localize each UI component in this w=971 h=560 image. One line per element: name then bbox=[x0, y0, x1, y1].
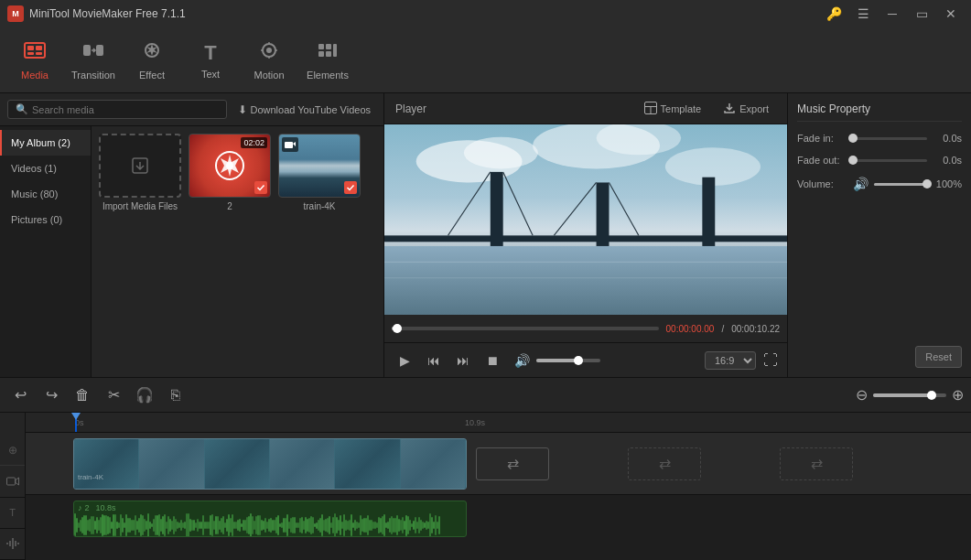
fade-out-label: Fade out: bbox=[797, 155, 847, 166]
audio-clip-label: ♪ 2 10.8s bbox=[78, 503, 116, 512]
svg-point-9 bbox=[266, 48, 272, 53]
toolbar-transition[interactable]: Transition bbox=[66, 33, 121, 88]
media-grid: Import Media Files 02:02 bbox=[92, 126, 383, 377]
player-title: Player bbox=[395, 102, 426, 115]
search-icon: 🔍 bbox=[16, 103, 28, 115]
timeline-content: ⊕ T 0s 10.9s bbox=[0, 413, 971, 560]
delete-button[interactable]: 🗑 bbox=[70, 382, 95, 408]
timeline-area: ↩ ↪ 🗑 ✂ 🎧 ⎘ ⊖ ⊕ ⊕ T bbox=[0, 377, 971, 560]
import-media-item[interactable]: Import Media Files bbox=[99, 134, 181, 211]
title-bar: M MiniTool MovieMaker Free 7.1.1 🔑 ☰ ─ ▭… bbox=[0, 0, 971, 27]
volume-area: 🔊 bbox=[511, 350, 600, 372]
search-box[interactable]: 🔍 bbox=[7, 100, 227, 119]
transition-label: Transition bbox=[71, 70, 115, 81]
time-mark-end: 10.9s bbox=[465, 418, 485, 427]
motion-icon bbox=[258, 40, 280, 66]
copy-button[interactable]: ⎘ bbox=[163, 382, 189, 408]
volume-thumb[interactable] bbox=[574, 356, 583, 365]
fade-out-thumb[interactable] bbox=[848, 156, 858, 165]
audio-detach-button[interactable]: 🎧 bbox=[132, 382, 157, 408]
svg-point-28 bbox=[464, 137, 538, 169]
transition-slot-1[interactable]: ⇄ bbox=[476, 447, 549, 480]
media-label: Media bbox=[21, 70, 49, 81]
audio-clip[interactable]: ♪ 2 10.8s // Generate waveform bars cons… bbox=[73, 501, 467, 537]
fade-in-row: Fade in: 0.0s bbox=[797, 133, 962, 144]
aspect-ratio-select[interactable]: 16:9 4:3 1:1 9:16 bbox=[705, 351, 756, 370]
undo-button[interactable]: ↩ bbox=[7, 382, 33, 408]
app-title: MiniTool MovieMaker Free 7.1.1 bbox=[29, 7, 821, 20]
time-ruler: 0s 10.9s bbox=[26, 413, 971, 433]
download-youtube-button[interactable]: ⬇ Download YouTube Videos bbox=[232, 101, 377, 119]
video-clip-2[interactable]: 02:02 2 bbox=[189, 134, 271, 211]
zoom-thumb[interactable] bbox=[927, 391, 936, 400]
sidebar-item-music[interactable]: Music (80) bbox=[0, 181, 91, 207]
zoom-slider[interactable] bbox=[873, 393, 946, 397]
volume-row: Volume: 🔊 100% bbox=[797, 177, 962, 191]
transition-slot-3[interactable]: ⇄ bbox=[780, 447, 853, 480]
svg-rect-36 bbox=[491, 172, 503, 246]
train4k-item[interactable]: train-4K bbox=[278, 134, 361, 211]
cut-button[interactable]: ✂ bbox=[101, 382, 126, 408]
volume-fill bbox=[536, 359, 578, 362]
search-input[interactable] bbox=[32, 104, 219, 115]
stop-button[interactable]: ⏹ bbox=[481, 350, 503, 372]
redo-button[interactable]: ↪ bbox=[38, 382, 64, 408]
template-button[interactable]: Template bbox=[637, 99, 709, 119]
zoom-out-icon[interactable]: ⊖ bbox=[856, 386, 868, 404]
reset-button[interactable]: Reset bbox=[915, 346, 962, 368]
prev-button[interactable]: ⏮ bbox=[423, 350, 445, 372]
fade-in-slider[interactable] bbox=[853, 137, 927, 140]
timeline-thumb[interactable] bbox=[393, 324, 402, 333]
volume-prop-thumb[interactable] bbox=[922, 179, 932, 188]
fade-in-thumb[interactable] bbox=[848, 134, 858, 143]
toolbar-text[interactable]: T Text bbox=[183, 33, 238, 88]
svg-rect-0 bbox=[25, 43, 45, 58]
fullscreen-button[interactable]: ⛶ bbox=[763, 352, 778, 369]
timeline-toolbar: ↩ ↪ 🗑 ✂ 🎧 ⎘ ⊖ ⊕ bbox=[0, 378, 971, 413]
menu-icon[interactable]: ☰ bbox=[850, 5, 876, 23]
sidebar-item-pictures[interactable]: Pictures (0) bbox=[0, 207, 91, 232]
svg-rect-16 bbox=[318, 51, 324, 57]
svg-rect-15 bbox=[326, 44, 331, 49]
current-time-display: 00:00:00.00 bbox=[666, 324, 715, 334]
transition-slot-2[interactable]: ⇄ bbox=[628, 447, 701, 480]
minimize-button[interactable]: ─ bbox=[879, 5, 905, 23]
waveform: // Generate waveform bars const waveCont… bbox=[74, 501, 466, 536]
text-track-icon: T bbox=[0, 498, 25, 529]
volume-prop-slider[interactable] bbox=[874, 183, 927, 186]
add-track-icon[interactable]: ⊕ bbox=[0, 435, 25, 466]
key-icon[interactable]: 🔑 bbox=[821, 5, 847, 23]
video-clip[interactable]: train-4K bbox=[73, 438, 467, 490]
close-button[interactable]: ✕ bbox=[938, 5, 964, 23]
toolbar-motion[interactable]: Motion bbox=[242, 33, 297, 88]
zoom-in-icon[interactable]: ⊕ bbox=[952, 386, 964, 404]
effect-label: Effect bbox=[139, 70, 165, 81]
volume-icon[interactable]: 🔊 bbox=[511, 350, 533, 372]
export-button[interactable]: Export bbox=[716, 99, 776, 119]
svg-rect-38 bbox=[702, 178, 715, 246]
sidebar-item-videos[interactable]: Videos (1) bbox=[0, 156, 91, 181]
playback-progress-bar[interactable] bbox=[392, 327, 659, 330]
toolbar: Media Transition Effect T Text bbox=[0, 27, 971, 93]
left-content: My Album (2) Videos (1) Music (80) Pictu… bbox=[0, 126, 383, 377]
restore-button[interactable]: ▭ bbox=[909, 5, 934, 23]
motion-label: Motion bbox=[254, 70, 284, 81]
video-track: train-4K ⇄ ⇄ ⇄ bbox=[26, 433, 971, 495]
next-button[interactable]: ⏭ bbox=[452, 350, 474, 372]
svg-rect-6 bbox=[96, 45, 103, 56]
svg-rect-5 bbox=[83, 45, 91, 56]
export-icon bbox=[723, 102, 736, 116]
toolbar-effect[interactable]: Effect bbox=[124, 33, 179, 88]
fade-in-label: Fade in: bbox=[797, 133, 847, 144]
clip2-checkmark bbox=[254, 181, 267, 194]
play-button[interactable]: ▶ bbox=[394, 350, 415, 372]
sidebar-item-album[interactable]: My Album (2) bbox=[0, 130, 91, 156]
toolbar-media[interactable]: Media bbox=[7, 33, 62, 88]
fade-out-slider[interactable] bbox=[853, 159, 927, 162]
svg-rect-14 bbox=[318, 44, 324, 49]
audio-duration: 10.8s bbox=[96, 503, 116, 512]
toolbar-elements[interactable]: Elements bbox=[300, 33, 355, 88]
volume-prop-value: 100% bbox=[933, 178, 962, 189]
volume-slider[interactable] bbox=[536, 359, 600, 362]
media-icon bbox=[24, 40, 46, 66]
